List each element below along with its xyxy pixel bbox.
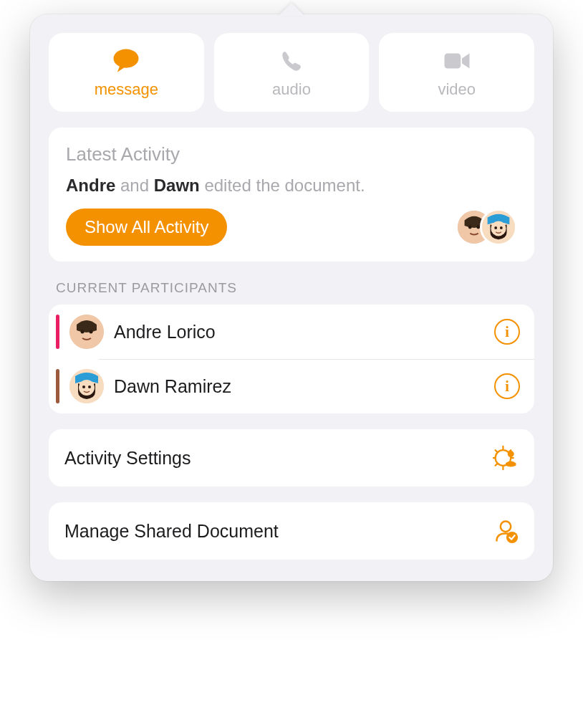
tab-message-label: message	[95, 80, 158, 99]
avatar	[69, 369, 104, 403]
svg-point-11	[90, 330, 93, 334]
activity-avatar-stack	[456, 209, 517, 246]
message-icon	[111, 46, 141, 76]
gear-person-icon	[493, 445, 519, 471]
participant-row[interactable]: Andre Lorico i	[49, 305, 534, 359]
info-icon[interactable]: i	[494, 373, 520, 399]
svg-rect-1	[444, 54, 461, 69]
person-check-icon	[493, 518, 519, 544]
avatar	[480, 209, 517, 246]
latest-activity-title: Latest Activity	[66, 143, 517, 166]
manage-shared-card: Manage Shared Document	[49, 502, 534, 560]
svg-point-6	[491, 221, 506, 236]
manage-shared-button[interactable]: Manage Shared Document	[49, 502, 534, 560]
participant-name: Andre Lorico	[114, 322, 484, 343]
svg-point-3	[468, 226, 472, 229]
svg-point-13	[79, 380, 95, 396]
svg-point-0	[114, 49, 139, 67]
tab-video[interactable]: video	[379, 33, 534, 112]
video-icon	[442, 46, 472, 76]
manage-shared-label: Manage Shared Document	[64, 521, 483, 542]
participants-list: Andre Lorico i Dawn Ramirez i	[49, 305, 534, 413]
svg-point-17	[508, 451, 514, 457]
svg-point-10	[81, 330, 85, 334]
collaboration-popover: message audio video Latest Activity Andr…	[30, 14, 553, 581]
svg-point-7	[494, 226, 497, 229]
participant-color-bar	[56, 369, 59, 403]
tab-message[interactable]: message	[49, 33, 204, 112]
tab-audio[interactable]: audio	[214, 33, 370, 112]
activity-settings-button[interactable]: Activity Settings	[49, 429, 534, 487]
svg-point-15	[88, 385, 91, 388]
svg-point-18	[501, 522, 511, 532]
activity-settings-card: Activity Settings	[49, 429, 534, 487]
activity-settings-label: Activity Settings	[64, 448, 483, 469]
svg-point-14	[82, 385, 85, 388]
participant-row[interactable]: Dawn Ramirez i	[49, 359, 534, 413]
participant-color-bar	[56, 315, 59, 349]
participants-header: CURRENT PARTICIPANTS	[49, 280, 534, 305]
avatar	[69, 315, 104, 349]
latest-activity-card: Latest Activity Andre and Dawn edited th…	[49, 128, 534, 262]
svg-point-8	[500, 226, 503, 229]
participant-name: Dawn Ramirez	[114, 376, 484, 397]
tab-video-label: video	[438, 80, 476, 99]
phone-icon	[276, 46, 307, 76]
tab-row: message audio video	[49, 33, 534, 112]
show-all-activity-button[interactable]: Show All Activity	[66, 209, 227, 246]
latest-activity-text: Andre and Dawn edited the document.	[66, 176, 517, 196]
tab-audio-label: audio	[272, 80, 311, 99]
info-icon[interactable]: i	[494, 319, 520, 345]
